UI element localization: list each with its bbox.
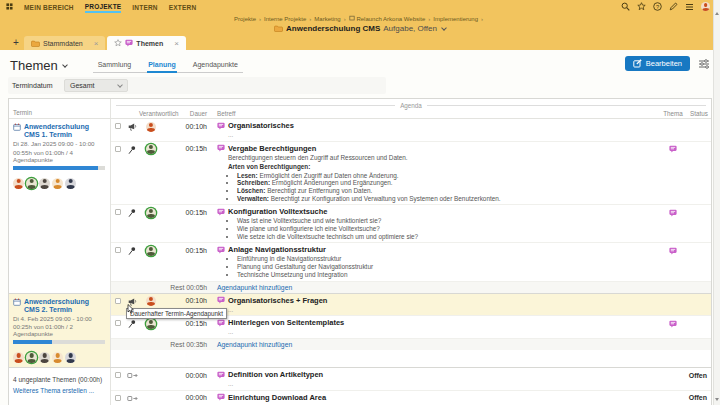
termin-cell[interactable]: Anwenderschulung CMS 2. TerminDi 4. Feb … [9,294,111,368]
agenda-row[interactable]: 00:15h Vergabe BerechtigungenBerechtigun… [111,142,711,206]
status-cell: Offen [687,393,711,402]
termin-cell[interactable]: Anwenderschulung CMS 1. TerminDi 28. Jan… [9,119,111,293]
nav-mein-bereich[interactable]: MEIN BEREICH [24,2,74,12]
termin-cell[interactable]: 4 ungeplante Themen (00:00h)Weiteres The… [9,368,111,405]
close-icon[interactable]: × [174,39,179,48]
user-avatar[interactable] [701,2,710,11]
duration-cell: 00:15h [163,245,207,254]
column-header-thema[interactable]: Thema [659,110,687,117]
row-checkbox[interactable] [115,395,121,401]
responsible-cell [139,121,163,132]
avatar [146,122,156,132]
add-agenda-item-link[interactable]: Agendapunkt hinzufügen [217,283,659,291]
rest-duration: Rest 00:35h [111,340,207,348]
agenda-item-bullets: Was ist eine Volltextsuche und wie funkt… [228,217,659,240]
search-icon[interactable] [621,2,630,11]
termin-link[interactable]: Anwenderschulung CMS 2. Termin [13,298,106,314]
subtab-agendapunkte[interactable]: Agendapunkte [192,61,239,72]
row-checkbox[interactable] [115,247,121,253]
unplanned-move-icon[interactable] [127,394,138,403]
pinned-agenda-item-icon[interactable] [127,145,137,155]
row-checkbox[interactable] [115,298,121,304]
avatar [26,178,37,189]
pinned-agenda-item-icon[interactable] [127,246,137,256]
row-checkbox[interactable] [115,123,121,129]
termin-title[interactable]: Anwenderschulung CMS 2. Termin [24,298,106,314]
speech-bubble-thema-icon [217,208,225,216]
speech-bubble-thema-icon [217,144,225,152]
help-icon[interactable]: ? [653,2,662,11]
subtab-sammlung[interactable]: Sammlung [97,61,132,72]
row-checkbox[interactable] [115,209,121,215]
breadcrumb-projekte[interactable]: Projekte [234,16,256,22]
chevron-down-icon[interactable] [441,25,447,31]
breadcrumb-separator: › [428,16,430,22]
tab-stammdaten[interactable]: Stammdaten × [24,36,105,50]
column-header-termin[interactable]: Termin [9,99,111,118]
close-icon[interactable]: × [94,39,99,48]
nav-extern[interactable]: EXTERN [169,2,197,12]
row-checkbox[interactable] [115,320,121,326]
column-header-verantwortlich[interactable]: Verantwortlich [139,110,163,117]
page-title[interactable]: Themen [10,58,67,73]
pinned-agenda-item-icon[interactable] [127,208,137,218]
star-icon[interactable] [114,39,122,47]
add-agenda-item-link[interactable]: Agendapunkt hinzufügen [217,340,659,348]
agenda-row[interactable]: 00:15h Konfiguration VolltextsucheWas is… [111,205,711,243]
scroll-down-icon[interactable] [715,398,719,401]
status-cell [687,121,711,123]
scroll-up-icon[interactable] [715,12,719,15]
nav-intern[interactable]: INTERN [132,2,157,12]
calendar-icon [13,298,21,306]
view-settings-icon[interactable] [698,59,710,69]
column-headers: Verantwortlich Dauer Betreff Thema Statu… [111,109,711,118]
rest-row: Rest 00:05h Agendapunkt hinzufügen [111,282,711,293]
breadcrumb-implementierung[interactable]: Implementierung [433,16,478,22]
row-checkbox[interactable] [115,146,121,152]
breadcrumb-interne-projekte[interactable]: Interne Projekte [264,16,306,22]
pinned-agenda-item-icon[interactable] [127,319,137,329]
avatar [146,319,156,329]
responsible-cell [139,318,163,329]
agenda-row[interactable]: 00:00h Einrichtung Download Area... Offe… [111,391,711,405]
status-cell [687,296,711,298]
subtab-planung[interactable]: Planung [147,61,177,73]
menu-icon[interactable] [685,3,694,11]
avatar [146,144,156,154]
breadcrumb-relaunch[interactable]: Relaunch Arkona Website [356,16,425,22]
tooltip: Dauerhafter Termin-Agendapunkt [126,308,227,319]
agenda-row[interactable]: 00:15h Anlage NavigationsstrukturEinführ… [111,243,711,281]
speech-bubble-thema-icon [217,296,225,304]
column-header-dauer[interactable]: Dauer [163,110,207,117]
thema-cell [659,393,687,395]
agenda-item-title: Organisatorisches + Fragen [228,296,327,305]
column-header-betreff[interactable]: Betreff [217,110,659,117]
agenda-row[interactable]: 00:10h Organisatorisches + Fragen... Dau… [111,294,711,317]
pen-icon[interactable] [669,2,678,11]
chevron-down-icon[interactable] [62,62,68,68]
agenda-row[interactable]: 00:00h Definition von Artikeltypen... Of… [111,368,711,391]
scrollbar[interactable] [713,0,720,405]
termin-title[interactable]: Anwenderschulung CMS 1. Termin [24,123,106,139]
unplanned-move-icon[interactable] [127,371,138,380]
favorites-icon[interactable] [637,2,646,11]
agenda-item-title: Hinterlegen von Seitentemplates [228,318,344,327]
app-grid-icon[interactable] [6,3,13,10]
agenda-row[interactable]: 00:10h Organisatorisches... [111,119,711,142]
new-tab-button[interactable]: + [8,37,24,50]
avatar [146,246,156,256]
tab-themen[interactable]: Themen × [107,36,186,50]
permanent-agenda-item-icon[interactable] [127,122,137,132]
breadcrumb-marketing[interactable]: Marketing [314,16,340,22]
nav-projekte[interactable]: PROJEKTE [85,1,122,13]
agenda-row[interactable]: 00:15h Hinterlegen von Seitentemplates..… [111,316,711,339]
edit-button[interactable]: Bearbeiten [625,56,690,71]
create-theme-link[interactable]: Weiteres Thema erstellen ... [13,387,106,394]
termin-link[interactable]: Anwenderschulung CMS 1. Termin [13,123,106,139]
row-checkbox[interactable] [115,372,121,378]
status-cell [687,318,711,320]
context-title[interactable]: Anwenderschulung CMS Aufgabe, Offen [0,24,720,33]
termindatum-select[interactable]: Gesamt [64,79,128,92]
column-header-status[interactable]: Status [687,110,711,117]
breadcrumb-separator: › [344,16,346,22]
